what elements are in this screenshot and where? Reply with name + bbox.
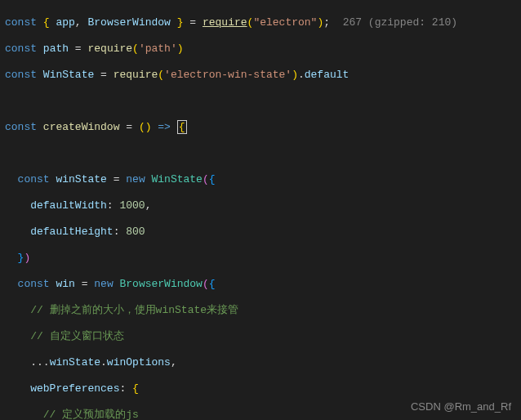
code-line: defaultHeight: 800	[5, 226, 516, 239]
size-hint: 267 (gzipped: 210)	[343, 16, 457, 29]
code-line: const win = new BrowserWindow({	[5, 278, 516, 291]
code-line: const WinState = require('electron-win-s…	[5, 69, 516, 82]
watermark: CSDN @Rm_and_Rf	[411, 400, 511, 413]
code-line: // 自定义窗口状态	[5, 330, 516, 343]
code-block: const { app, BrowserWindow } = require("…	[0, 0, 521, 420]
code-line: ...winState.winOptions,	[5, 356, 516, 369]
code-line: webPreferences: {	[5, 382, 516, 395]
code-line: const { app, BrowserWindow } = require("…	[5, 16, 516, 29]
code-line	[5, 147, 516, 160]
code-line: })	[5, 252, 516, 265]
code-line: // 删掉之前的大小，使用winState来接管	[5, 304, 516, 317]
code-line: const path = require('path')	[5, 42, 516, 56]
code-line	[5, 95, 516, 108]
code-line: const createWindow = () => {	[5, 121, 516, 134]
code-line: const winState = new WinState({	[5, 173, 516, 186]
code-line: defaultWidth: 1000,	[5, 199, 516, 212]
